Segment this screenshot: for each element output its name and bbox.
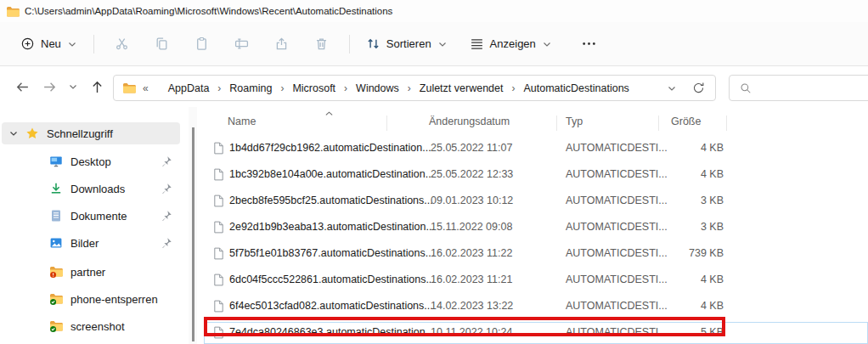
chevron-down-icon — [437, 39, 448, 49]
sidebar-item-label: Schnellzugriff — [47, 127, 113, 140]
breadcrumb-item[interactable]: Zuletzt verwendet — [418, 82, 505, 94]
more-options-button[interactable] — [569, 29, 609, 59]
column-header-date[interactable]: Änderungsdatum — [429, 116, 510, 127]
view-button-label: Anzeigen — [490, 37, 536, 50]
file-date: 09.01.2023 10:12 — [431, 195, 513, 206]
file-size: 4 KB — [639, 168, 724, 180]
folder-synced-icon — [49, 319, 64, 334]
chevron-down-icon — [67, 39, 77, 49]
file-size: 4 KB — [639, 300, 724, 312]
caret-up-icon — [324, 109, 334, 118]
file-icon — [212, 195, 225, 208]
command-button[interactable] — [102, 29, 142, 59]
command-button[interactable] — [182, 29, 222, 59]
expand-chevron-icon[interactable] — [8, 128, 19, 138]
sidebar-item-label: Dokumente — [70, 210, 127, 223]
breadcrumb-overflow[interactable]: « — [136, 82, 153, 94]
command-bar: Neu Sortieren Anzeigen — [0, 22, 868, 66]
breadcrumb-separator: › — [401, 82, 418, 94]
up-icon — [90, 80, 104, 94]
file-explorer-window: C:\Users\admin\AppData\Roaming\Microsoft… — [0, 0, 868, 344]
sidebar-item[interactable]: Schnellzugriff — [2, 122, 180, 144]
folder-synced-icon — [49, 292, 64, 307]
file-name: 1bc392b8e104a00e.automaticDestination... — [229, 168, 435, 180]
sidebar-item[interactable]: Desktop — [2, 149, 180, 173]
sidebar-item[interactable]: screenshot — [2, 314, 180, 338]
file-icon — [212, 221, 225, 234]
file-name: 5f7b5f1e01b83767.automaticDestinations..… — [229, 247, 435, 259]
sidebar-scrollbar[interactable] — [189, 107, 197, 344]
breadcrumb-actions — [667, 82, 708, 94]
breadcrumb-separator: › — [273, 82, 290, 94]
folder-icon — [122, 82, 136, 95]
file-date: 14.02.2023 13:22 — [431, 300, 513, 312]
sidebar-item[interactable]: Bilder — [2, 231, 180, 255]
copy-icon — [155, 37, 169, 51]
sort-button[interactable]: Sortieren — [358, 29, 456, 59]
sidebar-item[interactable]: Downloads — [2, 177, 180, 200]
toolbar-separator — [349, 35, 350, 54]
file-row[interactable]: 1bc392b8e104a00e.automaticDestination...… — [204, 164, 868, 186]
file-size: 3 KB — [639, 195, 724, 206]
column-headers: Name Änderungsdatum Typ Größe — [204, 110, 868, 136]
up-button[interactable] — [83, 74, 110, 99]
back-button[interactable] — [8, 74, 36, 99]
file-date: 10.11.2022 10:24 — [431, 326, 512, 338]
star-icon — [25, 127, 40, 141]
sidebar-item-label: screenshot — [70, 320, 125, 333]
file-row[interactable]: 7e4dca80246863e3.automaticDestination...… — [204, 322, 868, 344]
share-icon — [274, 37, 289, 51]
chevron-down-icon[interactable] — [667, 83, 677, 93]
command-button[interactable] — [222, 29, 262, 59]
file-list: Name Änderungsdatum Typ Größe 1b4dd67f29… — [204, 107, 868, 344]
column-header-type[interactable]: Typ — [566, 116, 583, 127]
file-date: 16.02.2023 11:22 — [431, 247, 512, 259]
sidebar-item[interactable]: partner — [2, 260, 180, 284]
view-button[interactable]: Anzeigen — [461, 29, 561, 59]
file-row[interactable]: 1b4dd67f29cb1962.automaticDestination...… — [204, 138, 868, 160]
column-header-name[interactable]: Name — [228, 116, 256, 127]
breadcrumb-item[interactable]: Microsoft — [290, 82, 337, 94]
command-button[interactable] — [262, 29, 302, 59]
folder-icon — [6, 5, 19, 18]
breadcrumb-item[interactable]: Roaming — [228, 82, 273, 94]
file-date: 25.05.2022 12:33 — [431, 168, 513, 180]
file-row[interactable]: 6f4ec5013cfad082.automaticDestinations..… — [204, 296, 868, 318]
sidebar-item-label: partner — [70, 266, 105, 279]
refresh-icon[interactable] — [692, 82, 705, 94]
breadcrumb-item[interactable]: Windows — [354, 82, 401, 94]
view-list-icon — [470, 37, 484, 51]
new-button[interactable]: Neu — [12, 29, 86, 59]
column-header-size[interactable]: Größe — [671, 116, 701, 127]
pin-icon — [160, 209, 173, 223]
breadcrumb-item[interactable]: AutomaticDestinations — [521, 82, 630, 94]
sidebar-item[interactable]: phone-entsperren — [2, 287, 180, 311]
search-input[interactable] — [729, 75, 868, 101]
breadcrumb-item[interactable]: AppData — [166, 82, 211, 94]
file-row[interactable]: 2becb8fe595bcf25.automaticDestinations..… — [204, 190, 868, 212]
navigation-pane: Schnellzugriff Desktop Downloads — [0, 107, 187, 344]
file-row[interactable]: 2e92d1b9b3eaba13.automaticDestination...… — [204, 217, 868, 239]
breadcrumb[interactable]: « AppData › Roaming › Microsoft › Window… — [113, 75, 716, 101]
back-icon — [15, 80, 30, 94]
sidebar-item-label: Bilder — [70, 237, 99, 250]
sidebar-item[interactable]: Dokumente — [2, 204, 180, 228]
command-button[interactable] — [142, 29, 182, 59]
forward-button[interactable] — [36, 74, 63, 99]
address-row: « AppData › Roaming › Microsoft › Window… — [0, 67, 868, 107]
cut-icon — [115, 37, 129, 51]
file-icon — [212, 247, 225, 261]
chevron-down-icon — [542, 39, 552, 49]
chevron-down-icon — [68, 82, 78, 92]
disabled-command-buttons — [102, 29, 341, 59]
delete-icon — [314, 37, 329, 51]
file-row[interactable]: 5f7b5f1e01b83767.automaticDestinations..… — [204, 243, 868, 265]
file-name: 7e4dca80246863e3.automaticDestination... — [229, 326, 435, 338]
sidebar-scrollbar-thumb[interactable] — [192, 127, 194, 341]
recent-locations-button[interactable] — [63, 74, 83, 99]
command-button[interactable] — [302, 29, 341, 59]
file-icon — [212, 300, 225, 313]
file-icon — [212, 274, 225, 287]
sidebar-item-label: phone-entsperren — [70, 293, 158, 306]
file-row[interactable]: 6dc04f5ccc522861.automaticDestinations..… — [204, 269, 868, 291]
